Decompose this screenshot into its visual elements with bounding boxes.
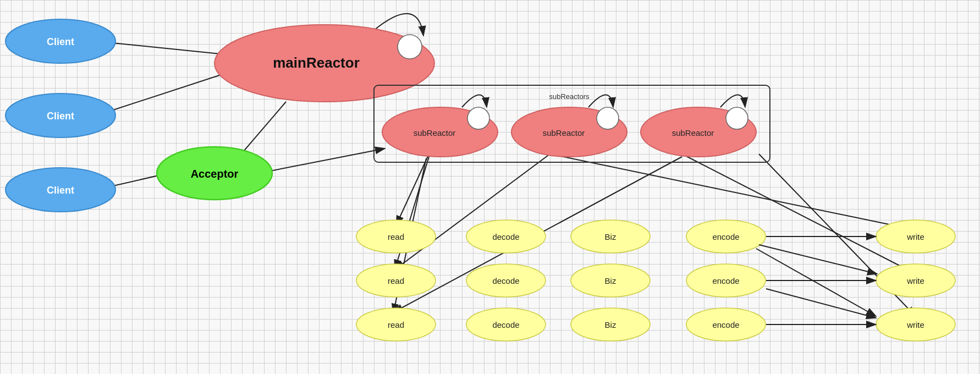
row3-biz-label: Biz — [605, 320, 616, 329]
client-3-label: Client — [47, 185, 74, 196]
main-reactor-loop-indicator — [398, 35, 422, 59]
row3-decode-label: decode — [492, 320, 519, 329]
row2-encode-label: encode — [712, 276, 739, 285]
svg-line-3 — [96, 72, 231, 116]
sub-reactor-1-loop — [467, 107, 489, 129]
main-reactor-label: mainReactor — [273, 54, 360, 71]
svg-line-6 — [258, 148, 385, 173]
row1-encode-label: encode — [712, 232, 739, 241]
row1-decode-label: decode — [492, 232, 519, 241]
client-1-label: Client — [47, 36, 74, 47]
sub-reactor-1-label: subReactor — [414, 128, 456, 138]
sub-reactor-2-loop — [597, 107, 619, 129]
sub-reactor-3-loop — [726, 107, 748, 129]
acceptor-label: Acceptor — [191, 168, 239, 180]
svg-line-13 — [395, 154, 550, 270]
svg-line-18 — [759, 245, 877, 274]
sub-reactor-2-label: subReactor — [543, 128, 585, 138]
row1-read-label: read — [388, 232, 404, 241]
svg-line-10 — [550, 154, 916, 230]
svg-line-20 — [766, 289, 876, 318]
row2-read-label: read — [388, 276, 404, 285]
row3-write-label: write — [906, 320, 924, 329]
row3-read-label: read — [388, 320, 404, 329]
row2-write-label: write — [906, 276, 924, 285]
row1-biz-label: Biz — [605, 232, 616, 241]
row3-encode-label: encode — [712, 320, 739, 329]
row2-biz-label: Biz — [605, 276, 616, 285]
row2-decode-label: decode — [492, 276, 519, 285]
svg-line-7 — [396, 154, 429, 226]
client-2-label: Client — [47, 111, 74, 122]
sub-reactor-3-label: subReactor — [672, 128, 714, 138]
svg-line-2 — [96, 41, 231, 55]
sub-reactors-box-label: subReactors — [549, 92, 590, 101]
row1-write-label: write — [906, 232, 924, 241]
svg-line-11 — [682, 154, 916, 274]
